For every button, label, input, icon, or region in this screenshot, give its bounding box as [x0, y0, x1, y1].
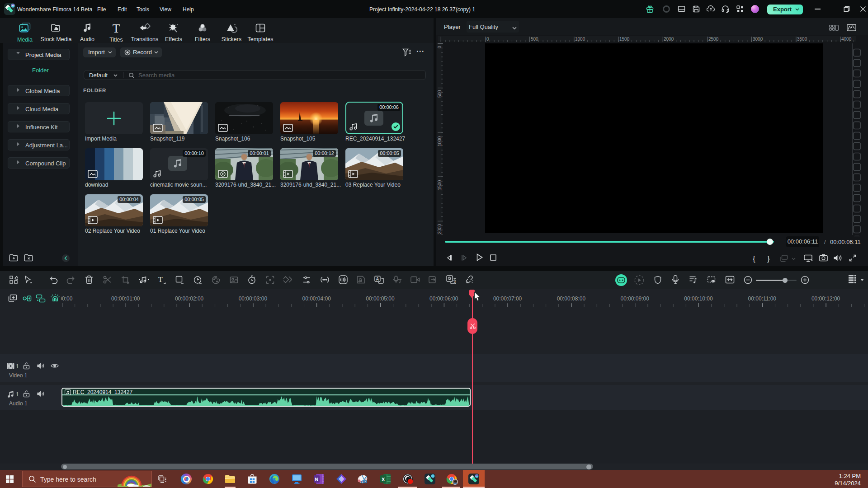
- svg-text:X: X: [382, 477, 385, 482]
- svg-text:00:00:03:00: 00:00:03:00: [239, 296, 268, 302]
- svg-text:00:00:00: 00:00:00: [61, 296, 73, 302]
- svg-text:500: 500: [437, 90, 442, 98]
- svg-text:00:00:12:00: 00:00:12:00: [811, 296, 840, 302]
- svg-text:00:00:10:00: 00:00:10:00: [684, 296, 713, 302]
- svg-text:N: N: [315, 477, 318, 482]
- svg-text:1000: 1000: [437, 136, 442, 146]
- svg-text:00:00:05:00: 00:00:05:00: [366, 296, 395, 302]
- svg-text:00:00:07:00: 00:00:07:00: [493, 296, 522, 302]
- svg-text:00:00:02:00: 00:00:02:00: [175, 296, 204, 302]
- svg-text:00:00:11:00: 00:00:11:00: [748, 296, 777, 302]
- svg-text:00:00:08:00: 00:00:08:00: [557, 296, 586, 302]
- svg-text:00:00:06:00: 00:00:06:00: [429, 296, 458, 302]
- svg-text:T: T: [158, 276, 163, 283]
- svg-text:00:00:09:00: 00:00:09:00: [620, 296, 649, 302]
- svg-text:00:00:01:00: 00:00:01:00: [111, 296, 140, 302]
- svg-text:00:00:04:00: 00:00:04:00: [302, 296, 331, 302]
- svg-text:0: 0: [437, 46, 442, 48]
- svg-text:A: A: [376, 277, 379, 282]
- svg-text:2000: 2000: [437, 224, 442, 234]
- svg-text:文: 文: [453, 279, 457, 284]
- svg-text:1500: 1500: [437, 180, 442, 190]
